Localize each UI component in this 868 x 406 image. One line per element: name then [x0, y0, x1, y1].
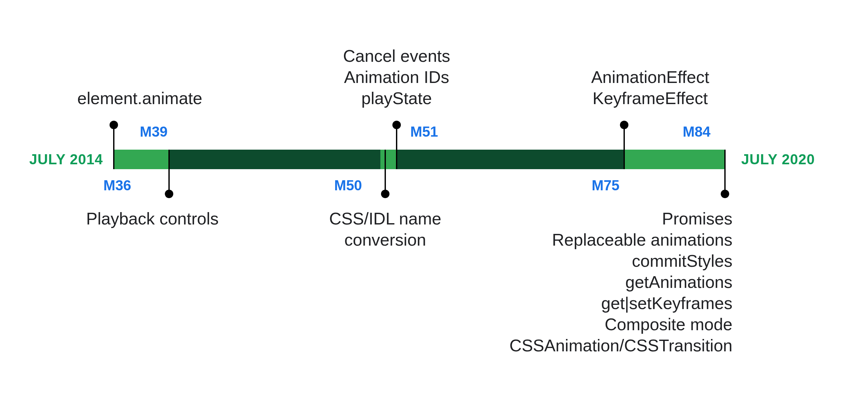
marker-dot-m75: [620, 121, 628, 129]
event-line: Animation IDs: [343, 67, 450, 88]
milestone-label-m39: M39: [140, 124, 168, 140]
event-line: commitStyles: [509, 251, 733, 272]
event-line: Playback controls: [86, 208, 219, 229]
marker-dot-m39: [165, 190, 173, 198]
milestone-label-m36: M36: [103, 177, 131, 194]
milestone-label-m75: M75: [592, 177, 620, 194]
event-line: get|setKeyframes: [509, 293, 733, 314]
event-text-m39: Playback controls: [86, 208, 219, 229]
timeline-end-label: JULY 2020: [741, 151, 815, 168]
marker-stem-m36: [113, 125, 115, 169]
event-line: element.animate: [78, 88, 202, 109]
event-line: playState: [343, 88, 450, 109]
event-line: Cancel events: [343, 46, 450, 67]
event-text-m75: AnimationEffect KeyframeEffect: [591, 67, 709, 109]
event-line: CSS/IDL name: [329, 208, 441, 229]
marker-dot-m50: [381, 190, 390, 198]
milestone-label-m50: M50: [334, 177, 362, 194]
timeline-diagram: JULY 2014 JULY 2020 M36 element.animate …: [0, 0, 868, 406]
bar-seg-m39-m50: [169, 150, 380, 169]
event-line: Composite mode: [509, 314, 733, 335]
event-text-m50: CSS/IDL name conversion: [329, 208, 441, 251]
marker-stem-m50: [384, 150, 386, 194]
marker-dot-m36: [110, 121, 118, 129]
event-line: conversion: [329, 229, 441, 251]
milestone-label-m51: M51: [410, 124, 438, 140]
marker-stem-m75: [623, 125, 625, 169]
event-text-m36: element.animate: [78, 88, 202, 109]
bar-seg-m51-m75: [397, 150, 624, 169]
event-line: KeyframeEffect: [591, 88, 709, 109]
event-line: Replaceable animations: [509, 229, 733, 251]
timeline-start-label: JULY 2014: [29, 151, 103, 168]
marker-dot-m84: [721, 190, 729, 198]
event-line: AnimationEffect: [591, 67, 709, 88]
marker-stem-m39: [168, 150, 170, 194]
marker-stem-m51: [396, 125, 397, 169]
milestone-label-m84: M84: [683, 124, 711, 140]
marker-stem-m84: [724, 150, 725, 194]
event-line: Promises: [509, 208, 733, 229]
event-text-m51: Cancel events Animation IDs playState: [343, 46, 450, 109]
bar-seg-m36-m39: [114, 150, 169, 169]
marker-dot-m51: [393, 121, 401, 129]
bar-seg-m75-m84: [624, 150, 725, 169]
event-line: CSSAnimation/CSSTransition: [509, 335, 733, 356]
event-text-m84: Promises Replaceable animations commitSt…: [509, 208, 733, 356]
bar-seg-m50-m51: [380, 150, 397, 169]
event-line: getAnimations: [509, 272, 733, 293]
